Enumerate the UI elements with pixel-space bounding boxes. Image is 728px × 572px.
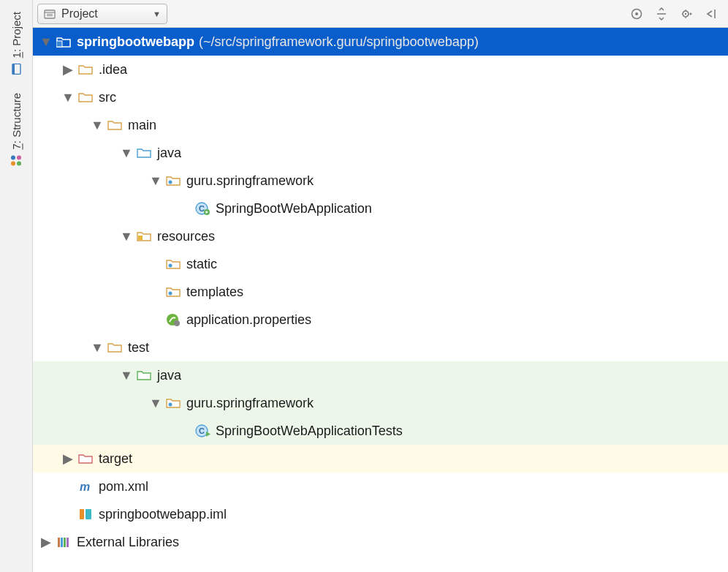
project-panel: Project ▼ ▼ springbootwebapp (~/src/spri… xyxy=(33,0,728,572)
project-view-icon xyxy=(44,8,56,20)
source-folder-icon xyxy=(137,146,153,160)
svg-rect-36 xyxy=(61,538,63,547)
expand-arrow-icon[interactable]: ▼ xyxy=(91,118,103,133)
library-icon xyxy=(56,535,72,549)
runnable-class-icon: C xyxy=(195,201,211,216)
expand-arrow-icon[interactable]: ▼ xyxy=(40,34,52,50)
structure-tool-tab[interactable]: 7: Structure xyxy=(7,84,26,176)
folder-icon xyxy=(107,340,124,355)
svg-rect-33 xyxy=(80,509,84,519)
svg-point-25 xyxy=(169,292,172,296)
tree-label: .idea xyxy=(99,62,127,78)
svg-point-5 xyxy=(17,156,21,160)
tree-node-test[interactable]: ▼ test xyxy=(33,334,728,361)
tree-node-java-main[interactable]: ▼ java xyxy=(33,139,728,167)
svg-point-11 xyxy=(635,12,638,15)
tree-node-iml[interactable]: springbootwebapp.iml xyxy=(33,500,728,528)
tree-label: java xyxy=(157,368,181,383)
expand-arrow-icon[interactable]: ▼ xyxy=(121,146,132,161)
tree-node-class-test[interactable]: C SpringBootWebApplicationTests xyxy=(33,417,728,445)
expand-arrow-icon[interactable]: ▼ xyxy=(62,90,74,105)
structure-tab-icon xyxy=(10,154,23,168)
iml-file-icon xyxy=(78,507,94,522)
svg-rect-23 xyxy=(138,236,143,240)
tree-label: src xyxy=(99,90,116,105)
collapse-arrow-icon[interactable]: ▶ xyxy=(40,534,52,550)
tree-label: test xyxy=(128,340,149,355)
tree-label: guru.springframework xyxy=(186,173,314,189)
scroll-from-source-button[interactable] xyxy=(624,4,649,24)
tree-label: target xyxy=(99,451,132,467)
package-icon xyxy=(166,173,182,188)
tree-node-main[interactable]: ▼ main xyxy=(33,111,728,139)
runnable-class-icon: C xyxy=(195,424,211,438)
collapse-arrow-icon[interactable]: ▶ xyxy=(62,451,74,467)
package-icon xyxy=(166,257,182,271)
tree-node-static[interactable]: static xyxy=(33,250,728,278)
tree-label: External Libraries xyxy=(77,535,179,550)
svg-marker-31 xyxy=(206,432,211,437)
project-tab-label: 1: Project xyxy=(10,12,23,58)
tree-label: guru.springframework xyxy=(186,396,314,411)
svg-point-28 xyxy=(169,403,172,407)
tree-node-templates[interactable]: templates xyxy=(33,278,728,306)
collapse-arrow-icon[interactable]: ▶ xyxy=(62,61,74,78)
spring-config-icon xyxy=(166,312,182,327)
tree-node-external-libs[interactable]: ▶ External Libraries xyxy=(33,528,728,556)
folder-icon xyxy=(78,62,94,77)
tree-label: pom.xml xyxy=(99,479,148,494)
expand-arrow-icon[interactable]: ▼ xyxy=(150,396,162,411)
tree-root-label: springbootwebapp xyxy=(77,34,194,50)
tree-label: SpringBootWebApplication xyxy=(216,201,372,217)
tree-node-idea[interactable]: ▶ .idea xyxy=(33,56,728,83)
expand-arrow-icon[interactable]: ▼ xyxy=(91,340,103,355)
expand-arrow-icon[interactable]: ▼ xyxy=(121,368,132,383)
tree-label: SpringBootWebApplicationTests xyxy=(216,424,403,439)
tree-node-src[interactable]: ▼ src xyxy=(33,83,728,111)
folder-icon xyxy=(78,90,94,105)
tree-label: static xyxy=(186,257,217,272)
tree-node-java-test[interactable]: ▼ java xyxy=(33,361,728,389)
tree-node-package-test[interactable]: ▼ guru.springframework xyxy=(33,389,728,417)
tree-label: templates xyxy=(186,285,243,300)
excluded-folder-icon xyxy=(78,451,94,466)
svg-point-27 xyxy=(174,320,180,326)
resources-folder-icon xyxy=(137,229,153,244)
tree-label: application.properties xyxy=(186,312,311,328)
expand-arrow-icon[interactable]: ▼ xyxy=(150,173,162,189)
tree-label: java xyxy=(157,146,181,161)
svg-text:m: m xyxy=(80,481,90,493)
tree-node-pom[interactable]: m pom.xml xyxy=(33,473,728,500)
tree-node-target[interactable]: ▶ target xyxy=(33,445,728,473)
structure-tab-label: 7: Structure xyxy=(10,93,23,150)
tree-root[interactable]: ▼ springbootwebapp (~/src/springframewor… xyxy=(33,28,728,56)
tree-node-resources[interactable]: ▼ resources xyxy=(33,222,728,250)
project-tree[interactable]: ▼ springbootwebapp (~/src/springframewor… xyxy=(33,28,728,572)
svg-rect-34 xyxy=(86,509,91,519)
svg-point-3 xyxy=(11,156,15,160)
tree-node-app-properties[interactable]: application.properties xyxy=(33,306,728,334)
package-icon xyxy=(166,396,182,410)
svg-rect-38 xyxy=(67,538,69,547)
svg-text:C: C xyxy=(199,426,205,435)
expand-arrow-icon[interactable]: ▼ xyxy=(121,229,132,244)
svg-point-4 xyxy=(17,162,21,166)
tree-node-package-main[interactable]: ▼ guru.springframework xyxy=(33,167,728,195)
svg-rect-1 xyxy=(12,64,15,74)
test-source-folder-icon xyxy=(137,368,153,383)
collapse-all-button[interactable] xyxy=(649,4,674,24)
tree-label: resources xyxy=(157,229,215,244)
project-toolbar: Project ▼ xyxy=(33,0,728,28)
tree-node-class-main[interactable]: C SpringBootWebApplication xyxy=(33,195,728,222)
tree-root-path: (~/src/springframework.guru/springbootwe… xyxy=(199,34,479,50)
tool-window-strip: 1: Project 7: Structure xyxy=(0,0,33,572)
maven-file-icon: m xyxy=(78,479,94,494)
svg-point-14 xyxy=(685,12,686,14)
settings-gear-button[interactable] xyxy=(674,4,699,24)
chevron-down-icon: ▼ xyxy=(153,10,161,18)
project-tool-tab[interactable]: 1: Project xyxy=(7,3,26,84)
view-mode-dropdown[interactable]: Project ▼ xyxy=(37,4,167,24)
svg-rect-17 xyxy=(56,41,62,47)
hide-button[interactable] xyxy=(699,4,724,24)
tree-label: main xyxy=(128,118,156,133)
